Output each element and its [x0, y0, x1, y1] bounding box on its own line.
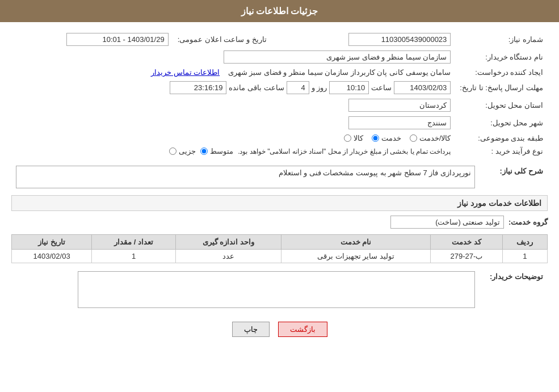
category-radio-group: کالا/خدمت خدمت کالا [16, 134, 451, 142]
reply-deadline-label: مهلت ارسال پاسخ: تا تاریخ: [455, 79, 548, 96]
back-button[interactable]: بازگشت [278, 322, 327, 337]
row-reply-deadline: مهلت ارسال پاسخ: تا تاریخ: 1403/02/03 سا… [11, 79, 548, 96]
col-unit: واحد اندازه گیری [175, 235, 281, 250]
cell-quantity: 1 [92, 250, 176, 263]
process-notice: پرداخت تمام یا بخشی از مبلغ خریدار از مح… [238, 147, 451, 155]
col-name: نام خدمت [281, 235, 430, 250]
group-service-label: گروه خدمت: [508, 218, 548, 226]
reply-deadline-row: 1403/02/03 ساعت 10:10 روز و 4 ساعت باقی … [16, 81, 451, 94]
process-jozi-label: جزیی [179, 147, 196, 155]
group-service-row: گروه خدمت: تولید صنعتی (ساخت) [11, 216, 548, 229]
reply-time-input: 10:10 [329, 81, 369, 94]
services-table-body: 1 ب-27-279 تولید سایر تجهیزات برقی عدد 1… [12, 250, 548, 263]
page-title: جزئیات اطلاعات نیاز [241, 6, 318, 16]
buyer-desc-box[interactable] [78, 271, 475, 308]
page-header: جزئیات اطلاعات نیاز [0, 0, 559, 22]
row-requester: ایجاد کننده درخواست: سامان یوسفی کانی پا… [11, 66, 548, 79]
requester-contact-link[interactable]: اطلاعات تماس خریدار [151, 68, 220, 77]
process-label: نوع فرآیند خرید : [455, 145, 548, 158]
category-khedmat-label: خدمت [381, 134, 401, 142]
process-motavaset[interactable]: متوسط [200, 147, 233, 155]
row-process: نوع فرآیند خرید : پرداخت تمام یا بخشی از… [11, 145, 548, 158]
reply-remaining-label: ساعت باقی مانده [229, 83, 284, 92]
need-summary-table: شرح کلی نیاز: نورپردازی فاز 7 سطح شهر به… [11, 163, 548, 191]
city-label: شهر محل تحویل: [455, 114, 548, 132]
process-jozi[interactable]: جزیی [169, 147, 196, 155]
requester-value: سامان یوسفی کانی پان کاربرداز سازمان سیم… [11, 66, 455, 79]
cell-date: 1403/02/03 [12, 250, 92, 263]
print-button[interactable]: چاپ [232, 322, 270, 337]
buyer-org-value: سازمان سیما منظر و فضای سبز شهری [11, 48, 455, 66]
buyer-desc-label: توضیحات خریدار: [480, 269, 548, 310]
need-number-input: 1103005439000023 [348, 33, 451, 46]
col-code: کد خدمت [430, 235, 502, 250]
process-motavaset-label: متوسط [210, 147, 233, 155]
row-need-summary: شرح کلی نیاز: نورپردازی فاز 7 سطح شهر به… [11, 163, 548, 191]
requester-label: ایجاد کننده درخواست: [455, 66, 548, 79]
col-quantity: تعداد / مقدار [92, 235, 176, 250]
process-jozi-radio[interactable] [169, 147, 176, 155]
category-kala-label: کالا [354, 134, 363, 142]
buyer-org-input: سازمان سیما منظر و فضای سبز شهری [224, 50, 451, 64]
reply-time-label: ساعت [371, 83, 392, 92]
cell-code: ب-27-279 [430, 250, 502, 263]
need-number-value: 1103005439000023 [294, 31, 456, 48]
category-kala-khedmat-label: کالا/خدمت [419, 134, 451, 142]
services-table: ردیف کد خدمت نام خدمت واحد اندازه گیری ت… [11, 234, 548, 263]
category-kala-radio[interactable] [344, 134, 351, 142]
row-need-number: شماره نیاز: 1103005439000023 تاریخ و ساع… [11, 31, 548, 48]
category-khedmat[interactable]: خدمت [372, 134, 401, 142]
row-buyer-org: نام دستگاه خریدار: سازمان سیما منظر و فض… [11, 48, 548, 66]
province-label: استان محل تحویل: [455, 96, 548, 114]
need-summary-text: نورپردازی فاز 7 سطح شهر به پیوست مشخصات … [279, 168, 471, 177]
category-kala-khedmat[interactable]: کالا/خدمت [410, 134, 451, 142]
services-section-title: اطلاعات خدمات مورد نیاز [11, 195, 548, 211]
category-kala[interactable]: کالا [344, 134, 363, 142]
buyer-desc-table: توضیحات خریدار: [11, 269, 548, 310]
category-kala-khedmat-radio[interactable] [410, 134, 417, 142]
announce-date-value: 1403/01/29 - 10:01 [11, 31, 173, 48]
row-province: استان محل تحویل: کردستان [11, 96, 548, 114]
main-content: شماره نیاز: 1103005439000023 تاریخ و ساع… [0, 22, 559, 354]
cell-row: 1 [502, 250, 547, 263]
announce-date-label: تاریخ و ساعت اعلان عمومی: [173, 31, 271, 48]
row-category: طبقه بندی موضوعی: کالا/خدمت خدمت کالا [11, 132, 548, 145]
row-city: شهر محل تحویل: سنندج [11, 114, 548, 132]
cell-name: تولید سایر تجهیزات برقی [281, 250, 430, 263]
reply-remaining-input: 23:16:19 [170, 81, 226, 94]
services-table-header-row: ردیف کد خدمت نام خدمت واحد اندازه گیری ت… [12, 235, 548, 250]
province-input: کردستان [348, 99, 451, 112]
need-number-label: شماره نیاز: [455, 31, 548, 48]
announce-date-input: 1403/01/29 - 10:01 [66, 33, 169, 46]
need-summary-box: نورپردازی فاز 7 سطح شهر به پیوست مشخصات … [16, 166, 475, 188]
need-summary-label: شرح کلی نیاز: [480, 163, 548, 191]
info-table: شماره نیاز: 1103005439000023 تاریخ و ساع… [11, 31, 548, 158]
buttons-row: بازگشت چاپ [11, 322, 548, 337]
province-value: کردستان [11, 96, 455, 114]
category-khedmat-radio[interactable] [372, 134, 379, 142]
table-row: 1 ب-27-279 تولید سایر تجهیزات برقی عدد 1… [12, 250, 548, 263]
category-label: طبقه بندی موضوعی: [455, 132, 548, 145]
col-date: تاریخ نیاز [12, 235, 92, 250]
page-wrapper: جزئیات اطلاعات نیاز شماره نیاز: 11030054… [0, 0, 559, 392]
cell-unit: عدد [175, 250, 281, 263]
reply-days-label: روز و [312, 83, 327, 92]
col-row: ردیف [502, 235, 547, 250]
process-row: پرداخت تمام یا بخشی از مبلغ خریدار از مح… [16, 147, 451, 155]
city-input: سنندج [348, 116, 451, 129]
group-service-input: تولید صنعتی (ساخت) [390, 216, 504, 229]
requester-text: سامان یوسفی کانی پان کاربرداز سازمان سیم… [228, 68, 451, 77]
buyer-org-label: نام دستگاه خریدار: [455, 48, 548, 66]
reply-date-input: 1403/02/03 [394, 81, 451, 94]
row-buyer-desc: توضیحات خریدار: [11, 269, 548, 310]
city-value: سنندج [11, 114, 455, 132]
reply-days-input: 4 [287, 81, 309, 94]
process-motavaset-radio[interactable] [200, 147, 208, 155]
services-table-head: ردیف کد خدمت نام خدمت واحد اندازه گیری ت… [12, 235, 548, 250]
